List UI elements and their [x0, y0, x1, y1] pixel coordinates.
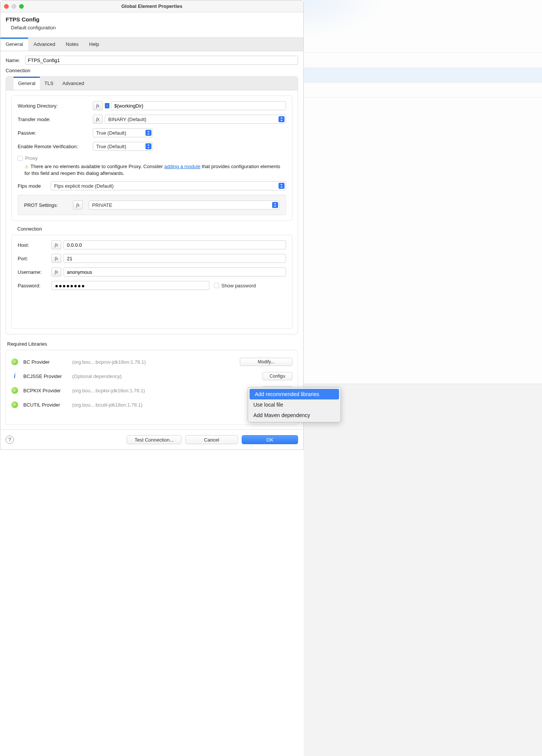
name-input[interactable]	[25, 56, 298, 65]
proxy-label: Proxy	[25, 155, 38, 161]
tab-help[interactable]: Help	[84, 38, 104, 51]
transfer-mode-label: Transfer mode:	[18, 117, 93, 122]
test-connection-button[interactable]: Test Connection...	[127, 435, 182, 444]
inner-tab-advanced[interactable]: Advanced	[58, 77, 89, 90]
working-dir-input[interactable]	[111, 101, 286, 110]
info-icon: i	[11, 373, 18, 380]
check-ok-icon: ✓	[11, 387, 18, 394]
menu-use-local-file[interactable]: Use local file	[248, 399, 341, 410]
inner-tab-tls[interactable]: TLS	[40, 77, 58, 90]
username-label: Username:	[18, 269, 51, 275]
prot-label: PROT Settings:	[24, 202, 69, 208]
password-input[interactable]	[51, 281, 209, 290]
ftps-mode-value: Ftps explicit mode (Default)	[54, 183, 114, 189]
ftps-mode-label: Ftps mode	[18, 183, 51, 189]
passive-value: True (Default)	[96, 130, 126, 136]
library-detail: (org.bou...:bcutil-jdk18on:1.78.1)	[72, 402, 262, 408]
check-ok-icon: ✓	[11, 401, 18, 408]
adding-module-link[interactable]: adding a module	[164, 164, 200, 169]
chevron-updown-icon	[279, 116, 285, 122]
host-label: Host:	[18, 242, 51, 248]
required-libraries-label: Required Libraries	[7, 341, 298, 347]
tab-advanced[interactable]: Advanced	[28, 38, 61, 51]
port-input[interactable]	[64, 254, 286, 263]
host-input[interactable]	[64, 240, 286, 249]
passive-label: Passive:	[18, 130, 93, 136]
menu-add-maven[interactable]: Add Maven dependency	[248, 410, 341, 421]
passive-select[interactable]: True (Default)	[93, 128, 153, 137]
connection-section-label: Connection	[6, 68, 298, 73]
dialog-window: Global Element Properties FTPS Config De…	[0, 0, 304, 450]
configure-button[interactable]: Configu	[262, 372, 292, 380]
inner-tabs: General TLS Advanced	[6, 77, 298, 90]
dialog-footer: ? Test Connection... Cancel OK	[0, 430, 303, 449]
fx-button-port[interactable]: fx	[51, 254, 61, 263]
chevron-updown-icon	[279, 183, 285, 189]
name-label: Name:	[6, 58, 25, 63]
fx-button-transfer-mode[interactable]: fx	[93, 115, 103, 124]
library-detail: (org.bou...:bcprov-jdk18on:1.78.1)	[72, 359, 240, 365]
background-panel	[304, 0, 542, 756]
dialog-header: FTPS Config Default configuration	[0, 12, 303, 38]
library-name: BC Provider	[23, 359, 72, 365]
proxy-checkbox	[18, 156, 23, 161]
remote-verif-select[interactable]: True (Default)	[93, 142, 153, 151]
show-password-label: Show password	[221, 283, 256, 288]
library-name: BCUTIL Provider	[23, 402, 72, 408]
window-title: Global Element Properties	[0, 3, 303, 9]
configure-popup-menu: Add recommended libraries Use local file…	[248, 387, 341, 422]
connection-subsection-label: Connection	[17, 226, 292, 232]
chevron-updown-icon	[145, 130, 151, 136]
cancel-button[interactable]: Cancel	[185, 435, 238, 444]
modify-button[interactable]: Modify...	[240, 358, 292, 366]
working-dir-label: Working Directory:	[18, 103, 93, 109]
titlebar: Global Element Properties	[0, 0, 303, 12]
ok-button[interactable]: OK	[242, 435, 298, 444]
library-name: BCJSSE Provider	[23, 373, 72, 379]
transfer-mode-select[interactable]: BINARY (Default)	[105, 115, 286, 124]
warning-icon: ⚠	[24, 165, 29, 169]
library-detail: (org.bou...:bcpkix-jdk18on:1.78.1)	[72, 388, 262, 393]
remote-verif-value: True (Default)	[96, 144, 126, 149]
fx-button-host[interactable]: fx	[51, 240, 61, 249]
connection-panel: General TLS Advanced Working Directory: …	[6, 76, 298, 334]
fx-button-working-dir[interactable]: fx	[93, 101, 103, 110]
prot-value: PRIVATE	[92, 202, 112, 208]
tab-notes[interactable]: Notes	[61, 38, 84, 51]
proxy-warning-message: ⚠There are no elements available to conf…	[24, 163, 286, 177]
config-subtitle: Default configuration	[11, 25, 298, 30]
username-input[interactable]	[64, 267, 286, 276]
library-name: BCPKIX Provider	[23, 388, 72, 393]
chevron-updown-icon	[145, 143, 151, 149]
help-button[interactable]: ?	[6, 436, 14, 444]
chevron-updown-icon	[272, 202, 278, 208]
transfer-mode-value: BINARY (Default)	[108, 117, 146, 122]
library-row: i BCJSSE Provider (Optional dependency) …	[11, 369, 292, 383]
ftps-mode-select[interactable]: Ftps explicit mode (Default)	[51, 181, 286, 190]
outer-tabs: General Advanced Notes Help	[0, 38, 303, 51]
fx-button-prot[interactable]: fx	[73, 200, 83, 209]
show-password-toggle[interactable]: Show password	[214, 283, 256, 288]
config-title: FTPS Config	[6, 16, 298, 23]
inner-tab-general[interactable]: General	[14, 77, 40, 90]
tab-general[interactable]: General	[0, 38, 28, 51]
menu-add-recommended[interactable]: Add recommended libraries	[250, 389, 339, 399]
fx-button-username[interactable]: fx	[51, 267, 61, 276]
port-label: Port:	[18, 256, 51, 261]
password-label: Password:	[18, 283, 51, 288]
prot-select[interactable]: PRIVATE	[89, 200, 280, 209]
library-row: ✓ BC Provider (org.bou...:bcprov-jdk18on…	[11, 355, 292, 369]
library-detail: (Optional dependency)	[72, 373, 262, 379]
check-ok-icon: ✓	[11, 358, 18, 365]
show-password-checkbox[interactable]	[214, 283, 219, 288]
remote-verif-label: Enable Remote Verification:	[18, 144, 93, 149]
info-badge-icon: i	[105, 103, 109, 108]
